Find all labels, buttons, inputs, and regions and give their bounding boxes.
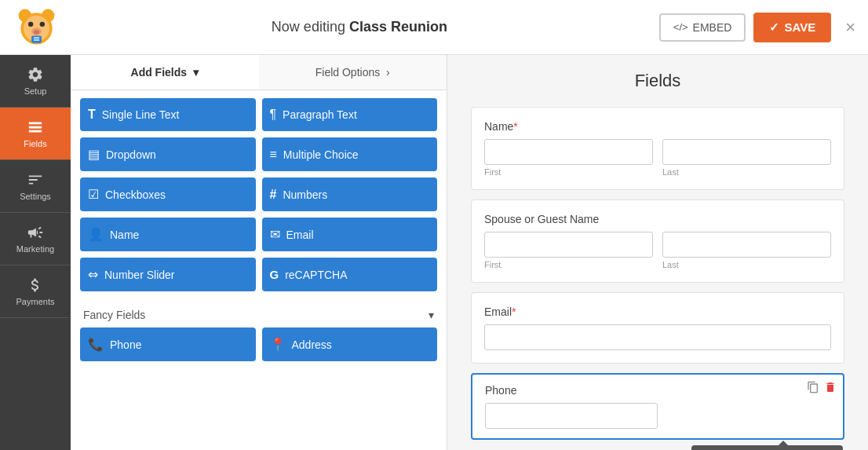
fancy-fields-section-header[interactable]: Fancy Fields ▾ xyxy=(80,299,437,327)
sidebar-item-payments[interactable]: Payments xyxy=(0,265,71,318)
dropdown-icon: ▤ xyxy=(88,147,100,162)
field-btn-dropdown[interactable]: ▤ Dropdown xyxy=(80,137,256,171)
phone-icon: 📞 xyxy=(88,337,104,352)
fancy-fields-label: Fancy Fields xyxy=(83,309,145,321)
tab-add-fields[interactable]: Add Fields ▾ xyxy=(71,55,259,90)
spouse-last-name-input[interactable] xyxy=(662,232,831,258)
main-layout: Setup Fields Settings Marketing xyxy=(0,55,868,450)
single-line-icon: T xyxy=(88,108,96,122)
svg-rect-8 xyxy=(31,36,42,43)
field-btn-number-slider[interactable]: ⇔ Number Slider xyxy=(80,258,256,291)
content-area: Fields Name* First Last Spouse or Guest … xyxy=(447,55,868,450)
email-icon: ✉ xyxy=(270,227,280,242)
email-field-label: Email* xyxy=(484,305,831,318)
spouse-field-label: Spouse or Guest Name xyxy=(484,213,831,225)
tooltip: Click to edit. Drag to reorder. 🖱 xyxy=(691,445,843,450)
checkmark-icon: ✓ xyxy=(769,20,779,35)
top-bar-actions: </> EMBED ✓ SAVE × xyxy=(659,13,855,42)
first-name-col: First xyxy=(484,139,653,177)
tab-add-arrow: ▾ xyxy=(193,66,199,79)
numbers-icon: # xyxy=(270,188,277,202)
gear-icon xyxy=(27,66,44,83)
spouse-last-sub-label: Last xyxy=(662,260,831,269)
tab-options-arrow: › xyxy=(386,66,390,79)
fields-scroll[interactable]: T Single Line Text ¶ Paragraph Text ▤ Dr… xyxy=(71,90,447,450)
sidebar-item-marketing[interactable]: Marketing xyxy=(0,213,71,265)
person-icon: 👤 xyxy=(88,227,104,242)
svg-rect-13 xyxy=(29,130,42,133)
field-btn-numbers[interactable]: # Numbers xyxy=(262,177,438,211)
field-btn-name[interactable]: 👤 Name xyxy=(80,218,256,251)
icon-sidebar: Setup Fields Settings Marketing xyxy=(0,55,71,450)
dollar-icon xyxy=(27,276,44,294)
sidebar-label-fields: Fields xyxy=(24,139,46,148)
last-name-sub-label: Last xyxy=(662,167,831,177)
svg-rect-12 xyxy=(29,126,42,129)
sidebar-label-setup: Setup xyxy=(24,86,47,96)
name-form-section: Name* First Last xyxy=(471,107,844,190)
sidebar-item-settings[interactable]: Settings xyxy=(0,160,71,213)
svg-rect-11 xyxy=(29,123,42,125)
close-button[interactable]: × xyxy=(845,17,855,38)
spouse-first-name-col: First xyxy=(484,232,653,269)
sidebar-item-fields[interactable]: Fields xyxy=(0,108,71,160)
recaptcha-icon: G xyxy=(270,268,279,281)
slider-icon: ⇔ xyxy=(88,267,98,282)
save-button[interactable]: ✓ SAVE xyxy=(753,13,831,42)
field-btn-checkboxes[interactable]: ☑ Checkboxes xyxy=(80,177,256,211)
last-name-input[interactable] xyxy=(662,139,831,165)
spouse-first-name-input[interactable] xyxy=(484,232,653,258)
page-title: Now editing Class Reunion xyxy=(60,19,659,35)
fields-panel: Add Fields ▾ Field Options › T Single Li… xyxy=(71,55,447,450)
trash-icon xyxy=(824,381,837,393)
svg-point-7 xyxy=(33,30,38,35)
phone-copy-button[interactable] xyxy=(807,381,819,397)
email-required-star: * xyxy=(512,305,516,318)
checkboxes-icon: ☑ xyxy=(88,187,99,202)
address-icon: 📍 xyxy=(270,337,286,352)
embed-button[interactable]: </> EMBED xyxy=(659,13,746,42)
field-btn-phone[interactable]: 📞 Phone xyxy=(80,327,256,361)
sidebar-item-setup[interactable]: Setup xyxy=(0,55,71,108)
paragraph-icon: ¶ xyxy=(270,108,277,122)
fancy-fields-chevron: ▾ xyxy=(429,309,434,321)
phone-actions xyxy=(807,381,837,397)
first-name-sub-label: First xyxy=(484,167,653,177)
name-input-row: First Last xyxy=(484,139,831,177)
copy-icon xyxy=(807,381,819,393)
field-btn-address[interactable]: 📍 Address xyxy=(262,327,438,361)
multiple-choice-icon: ≡ xyxy=(270,148,277,162)
sidebar-label-settings: Settings xyxy=(20,192,51,201)
fancy-fields-grid: 📞 Phone 📍 Address xyxy=(80,327,437,361)
svg-point-4 xyxy=(27,22,32,27)
logo xyxy=(13,4,60,51)
phone-field-label: Phone xyxy=(485,384,830,397)
field-btn-email[interactable]: ✉ Email xyxy=(262,218,438,251)
spouse-first-sub-label: First xyxy=(484,260,653,269)
first-name-input[interactable] xyxy=(484,139,653,165)
top-bar: Now editing Class Reunion </> EMBED ✓ SA… xyxy=(0,0,868,55)
field-btn-single-line-text[interactable]: T Single Line Text xyxy=(80,98,256,131)
fields-icon xyxy=(27,119,44,136)
field-btn-recaptcha[interactable]: G reCAPTCHA xyxy=(262,258,438,291)
phone-input[interactable] xyxy=(485,403,658,429)
svg-point-5 xyxy=(39,22,44,27)
tab-field-options[interactable]: Field Options › xyxy=(259,55,447,90)
bear-logo-icon xyxy=(15,5,58,49)
field-btn-paragraph-text[interactable]: ¶ Paragraph Text xyxy=(262,98,438,131)
field-btn-multiple-choice[interactable]: ≡ Multiple Choice xyxy=(262,137,438,171)
form-section-title: Fields xyxy=(471,71,844,91)
sidebar-label-payments: Payments xyxy=(16,297,55,306)
name-field-label: Name* xyxy=(484,120,831,133)
settings-icon xyxy=(27,171,44,188)
email-input[interactable] xyxy=(484,324,831,350)
fields-tabs: Add Fields ▾ Field Options › xyxy=(71,55,447,90)
standard-fields-grid: T Single Line Text ¶ Paragraph Text ▤ Dr… xyxy=(80,98,437,291)
phone-form-section: Phone Click to edit. Drag to reorder. 🖱 xyxy=(471,373,844,440)
spouse-form-section: Spouse or Guest Name First Last xyxy=(471,199,844,283)
phone-delete-button[interactable] xyxy=(824,381,837,397)
code-icon: </> xyxy=(673,21,688,33)
name-required-star: * xyxy=(513,120,517,133)
megaphone-icon xyxy=(27,224,44,241)
email-form-section: Email* xyxy=(471,292,844,364)
